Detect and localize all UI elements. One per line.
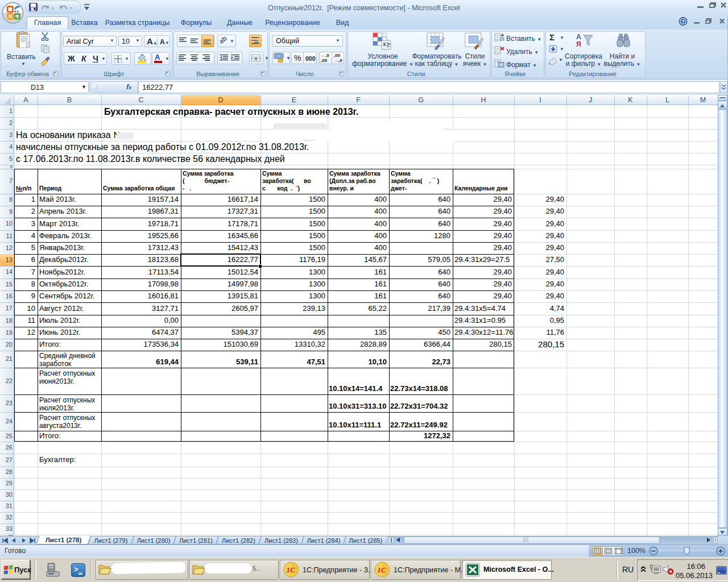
svg-text:?: ? [681,19,685,24]
svg-text:А: А [576,33,581,41]
svg-text:1С: 1С [286,566,295,574]
svg-text:1С: 1С [377,566,386,574]
svg-text:Я: Я [576,40,581,48]
svg-text:a: a [255,56,257,60]
